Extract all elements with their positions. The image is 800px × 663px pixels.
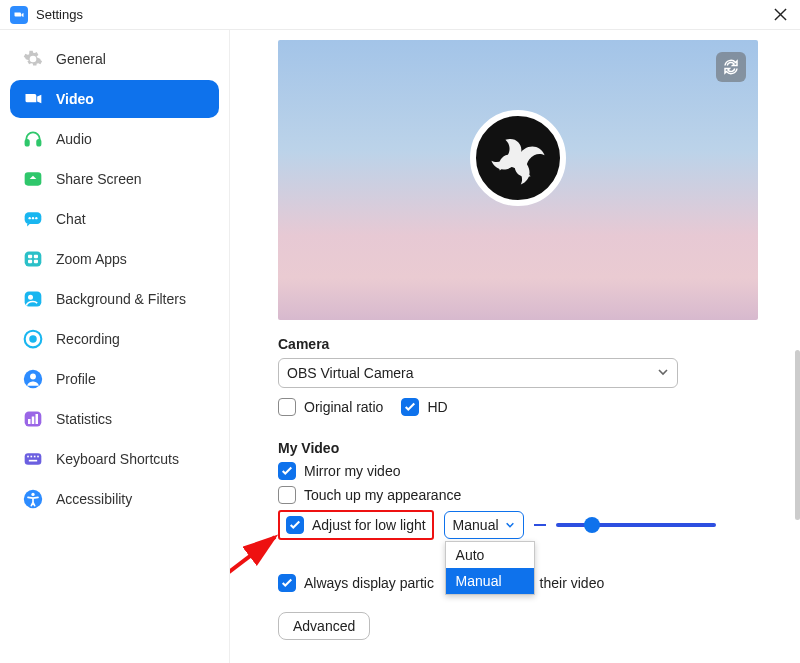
advanced-button[interactable]: Advanced bbox=[278, 612, 370, 640]
checkbox-icon bbox=[286, 516, 304, 534]
sidebar-item-label: Audio bbox=[56, 131, 92, 147]
svg-rect-3 bbox=[37, 140, 40, 146]
svg-rect-22 bbox=[32, 417, 35, 425]
sidebar-item-label: Zoom Apps bbox=[56, 251, 127, 267]
lowlight-option-auto[interactable]: Auto bbox=[446, 542, 534, 568]
svg-rect-11 bbox=[34, 255, 38, 258]
svg-point-8 bbox=[35, 217, 37, 219]
record-icon bbox=[22, 328, 44, 350]
svg-point-15 bbox=[28, 295, 33, 300]
svg-rect-10 bbox=[28, 255, 32, 258]
titlebar: Settings bbox=[0, 0, 800, 30]
my-video-section-label: My Video bbox=[278, 440, 775, 456]
sidebar-item-accessibility[interactable]: Accessibility bbox=[10, 480, 219, 518]
svg-rect-2 bbox=[26, 140, 29, 146]
apps-icon bbox=[22, 248, 44, 270]
lowlight-mode-dropdown[interactable]: Manual Auto Manual bbox=[444, 511, 524, 539]
checkbox-icon bbox=[278, 398, 296, 416]
mirror-my-video-checkbox[interactable]: Mirror my video bbox=[278, 462, 400, 480]
svg-rect-28 bbox=[37, 456, 39, 458]
checkbox-icon bbox=[278, 574, 296, 592]
video-icon bbox=[22, 88, 44, 110]
always-display-label-part2: n their video bbox=[528, 575, 604, 591]
gear-icon bbox=[22, 48, 44, 70]
touchup-label: Touch up my appearance bbox=[304, 487, 461, 503]
chat-icon bbox=[22, 208, 44, 230]
annotation-highlight-box: Adjust for low light bbox=[278, 510, 434, 540]
settings-content: Camera OBS Virtual Camera Original ratio… bbox=[230, 30, 800, 663]
sidebar-item-label: Profile bbox=[56, 371, 96, 387]
sidebar-item-general[interactable]: General bbox=[10, 40, 219, 78]
svg-rect-29 bbox=[29, 460, 37, 462]
svg-rect-12 bbox=[28, 260, 32, 263]
lowlight-option-manual[interactable]: Manual bbox=[446, 568, 534, 594]
original-ratio-label: Original ratio bbox=[304, 399, 383, 415]
checkbox-icon bbox=[278, 462, 296, 480]
svg-rect-13 bbox=[34, 260, 38, 263]
camera-section-label: Camera bbox=[278, 336, 775, 352]
video-preview bbox=[278, 40, 758, 320]
window-title: Settings bbox=[36, 7, 83, 22]
svg-rect-21 bbox=[28, 419, 31, 424]
sidebar-item-statistics[interactable]: Statistics bbox=[10, 400, 219, 438]
share-screen-icon bbox=[22, 168, 44, 190]
chevron-down-icon bbox=[657, 365, 669, 381]
touchup-checkbox[interactable]: Touch up my appearance bbox=[278, 486, 461, 504]
close-button[interactable] bbox=[768, 3, 792, 27]
sidebar-item-label: Chat bbox=[56, 211, 86, 227]
lowlight-label: Adjust for low light bbox=[312, 517, 426, 533]
sidebar-item-profile[interactable]: Profile bbox=[10, 360, 219, 398]
sidebar-item-keyboard-shortcuts[interactable]: Keyboard Shortcuts bbox=[10, 440, 219, 478]
always-display-names-checkbox[interactable]: Always display partic n their video bbox=[278, 574, 604, 592]
sidebar-item-label: General bbox=[56, 51, 106, 67]
sidebar-item-zoom-apps[interactable]: Zoom Apps bbox=[10, 240, 219, 278]
scrollbar[interactable] bbox=[795, 350, 800, 520]
svg-rect-25 bbox=[27, 456, 29, 458]
sidebar-item-label: Background & Filters bbox=[56, 291, 186, 307]
svg-point-17 bbox=[29, 335, 37, 343]
sidebar-item-label: Statistics bbox=[56, 411, 112, 427]
background-icon bbox=[22, 288, 44, 310]
adjust-low-light-checkbox[interactable]: Adjust for low light bbox=[286, 516, 426, 534]
sidebar-item-label: Share Screen bbox=[56, 171, 142, 187]
statistics-icon bbox=[22, 408, 44, 430]
lowlight-mode-menu: Auto Manual bbox=[445, 541, 535, 595]
sidebar-item-chat[interactable]: Chat bbox=[10, 200, 219, 238]
svg-rect-23 bbox=[36, 414, 39, 424]
sidebar-item-recording[interactable]: Recording bbox=[10, 320, 219, 358]
svg-point-6 bbox=[29, 217, 31, 219]
svg-rect-24 bbox=[25, 453, 42, 465]
sidebar-item-background-filters[interactable]: Background & Filters bbox=[10, 280, 219, 318]
accessibility-icon bbox=[22, 488, 44, 510]
headphones-icon bbox=[22, 128, 44, 150]
sidebar-item-audio[interactable]: Audio bbox=[10, 120, 219, 158]
sidebar-item-label: Video bbox=[56, 91, 94, 107]
zoom-app-icon bbox=[10, 6, 28, 24]
rotate-preview-button[interactable] bbox=[716, 52, 746, 82]
always-display-label-part1: Always display partic bbox=[304, 575, 434, 591]
chevron-down-icon bbox=[505, 517, 515, 533]
sidebar-item-video[interactable]: Video bbox=[10, 80, 219, 118]
sidebar-item-label: Recording bbox=[56, 331, 120, 347]
svg-point-19 bbox=[30, 374, 36, 380]
original-ratio-checkbox[interactable]: Original ratio bbox=[278, 398, 383, 416]
checkbox-icon bbox=[278, 486, 296, 504]
svg-point-7 bbox=[32, 217, 34, 219]
svg-rect-26 bbox=[31, 456, 33, 458]
profile-icon bbox=[22, 368, 44, 390]
hd-checkbox[interactable]: HD bbox=[401, 398, 447, 416]
lowlight-mode-value: Manual bbox=[453, 517, 499, 533]
obs-logo-icon bbox=[470, 110, 566, 206]
sidebar-item-share-screen[interactable]: Share Screen bbox=[10, 160, 219, 198]
advanced-label: Advanced bbox=[293, 618, 355, 634]
mirror-label: Mirror my video bbox=[304, 463, 400, 479]
svg-rect-27 bbox=[34, 456, 36, 458]
camera-select[interactable]: OBS Virtual Camera bbox=[278, 358, 678, 388]
checkbox-icon bbox=[401, 398, 419, 416]
lowlight-slider[interactable] bbox=[556, 523, 716, 527]
sidebar-item-label: Accessibility bbox=[56, 491, 132, 507]
svg-point-31 bbox=[31, 493, 34, 496]
slider-thumb[interactable] bbox=[584, 517, 600, 533]
hd-label: HD bbox=[427, 399, 447, 415]
keyboard-icon bbox=[22, 448, 44, 470]
